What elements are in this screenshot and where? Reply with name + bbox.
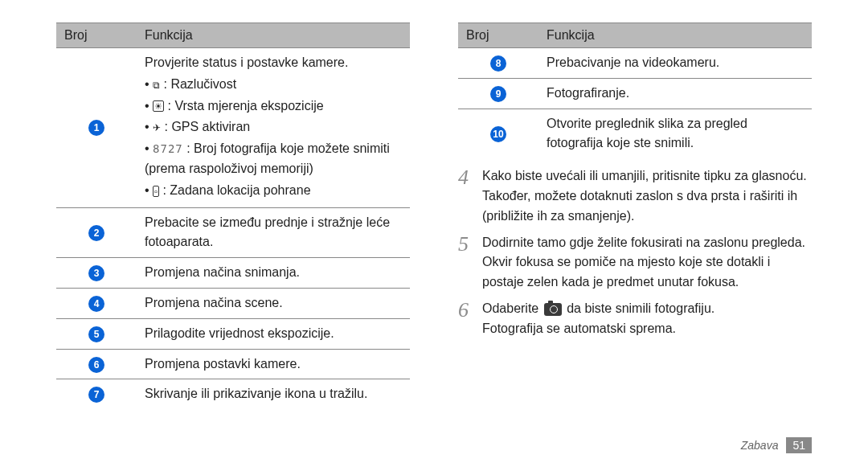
header-number: Broj — [458, 23, 538, 48]
row-function-cell: Prebacivanje na videokameru. — [538, 48, 812, 79]
circled-number-icon: 1 — [88, 120, 104, 136]
page-number: 51 — [786, 437, 812, 453]
table-row: 8 Prebacivanje na videokameru. — [458, 48, 812, 79]
table-row: 9 Fotografiranje. — [458, 78, 812, 109]
header-function: Funkcija — [538, 23, 812, 48]
metering-icon: ☀ — [153, 100, 164, 112]
row-lead-text: Provjerite status i postavke kamere. — [145, 55, 348, 69]
step-item: 6 Odaberite da biste snimili fotografiju… — [458, 299, 812, 339]
table-header-row: Broj Funkcija — [56, 23, 410, 48]
left-column: Broj Funkcija 1 Provjerite status i post… — [56, 23, 410, 409]
table-row: 3 Promjena načina snimanja. — [56, 258, 410, 289]
row-function-cell: Otvorite preglednik slika za pregled fot… — [538, 109, 812, 158]
function-table-right: Broj Funkcija 8 Prebacivanje na videokam… — [458, 23, 812, 158]
table-row: 7 Skrivanje ili prikazivanje ikona u tra… — [56, 379, 410, 409]
camera-icon — [544, 303, 562, 316]
table-row: 6 Promjena postavki kamere. — [56, 349, 410, 379]
row-function-cell: Fotografiranje. — [538, 78, 812, 109]
row-function-cell: Prilagodite vrijednost ekspozicije. — [137, 318, 410, 349]
header-number: Broj — [56, 23, 137, 48]
circled-number-icon: 9 — [490, 86, 506, 102]
step-body: Odaberite da biste snimili fotografiju. … — [482, 299, 812, 339]
list-item: ▫ : Zadana lokacija pohrane — [145, 181, 402, 201]
header-function: Funkcija — [137, 23, 410, 48]
list-item: ✈ : GPS aktiviran — [145, 117, 402, 137]
storage-icon: ▫ — [153, 186, 159, 197]
table-header-row: Broj Funkcija — [458, 23, 812, 48]
step-post-text: da biste snimili fotografiju. — [563, 301, 715, 315]
circled-number-icon: 6 — [88, 357, 104, 373]
page-footer: Zabava 51 — [741, 437, 812, 453]
row-function-cell: Promjena načina scene. — [137, 288, 410, 318]
list-item: ☀ : Vrsta mjerenja ekspozicije — [145, 96, 402, 117]
table-row: 2 Prebacite se između prednje i stražnje… — [56, 207, 410, 258]
row-function-cell: Provjerite status i postavke kamere. ⧉ :… — [137, 48, 410, 208]
step-pre-text: Odaberite — [482, 301, 542, 315]
circled-number-icon: 4 — [88, 296, 104, 312]
circled-number-icon: 3 — [88, 265, 104, 281]
step-body: Dodirnite tamo gdje želite fokusirati na… — [482, 233, 812, 293]
row-number-cell: 1 — [56, 48, 137, 208]
circled-number-icon: 10 — [490, 126, 506, 142]
step-text: Kako biste uvećali ili umanjili, pritisn… — [482, 166, 812, 226]
step-extra-text: Okvir fokusa se pomiče na mjesto koje st… — [482, 255, 770, 289]
list-item: ⧉ : Razlučivost — [145, 75, 402, 95]
manual-page: Broj Funkcija 1 Provjerite status i post… — [0, 0, 868, 409]
right-column: Broj Funkcija 8 Prebacivanje na videokam… — [458, 23, 812, 409]
row-function-cell: Promjena načina snimanja. — [137, 258, 410, 289]
step-item: 5 Dodirnite tamo gdje želite fokusirati … — [458, 233, 812, 293]
resolution-icon: ⧉ — [153, 80, 160, 90]
row-function-cell: Skrivanje ili prikazivanje ikona u traži… — [137, 379, 410, 409]
table-row: 4 Promjena načina scene. — [56, 288, 410, 318]
function-table-left: Broj Funkcija 1 Provjerite status i post… — [56, 23, 410, 409]
counter-icon: 8727 — [153, 141, 183, 158]
row-function-cell: Promjena postavki kamere. — [137, 349, 410, 379]
circled-number-icon: 2 — [88, 225, 104, 241]
list-item: 8727 : Broj fotografija koje možete snim… — [145, 139, 402, 179]
step-list: 4 Kako biste uvećali ili umanjili, priti… — [458, 166, 812, 338]
section-name: Zabava — [741, 439, 779, 452]
step-text: Dodirnite tamo gdje želite fokusirati na… — [482, 236, 805, 249]
table-row: 10 Otvorite preglednik slika za pregled … — [458, 109, 812, 158]
step-number: 6 — [458, 299, 482, 339]
step-number: 5 — [458, 233, 482, 293]
step-item: 4 Kako biste uvećali ili umanjili, priti… — [458, 166, 812, 226]
circled-number-icon: 7 — [88, 387, 104, 403]
row-function-cell: Prebacite se između prednje i stražnje l… — [137, 207, 410, 258]
status-icon-list: ⧉ : Razlučivost ☀ : Vrsta mjerenja ekspo… — [145, 75, 402, 201]
step-number: 4 — [458, 166, 482, 226]
circled-number-icon: 8 — [490, 55, 506, 72]
table-row: 1 Provjerite status i postavke kamere. ⧉… — [56, 48, 410, 208]
circled-number-icon: 5 — [88, 326, 104, 342]
table-row: 5 Prilagodite vrijednost ekspozicije. — [56, 318, 410, 349]
gps-icon: ✈ — [153, 123, 161, 133]
step-extra-text: Fotografija se automatski sprema. — [482, 322, 676, 335]
